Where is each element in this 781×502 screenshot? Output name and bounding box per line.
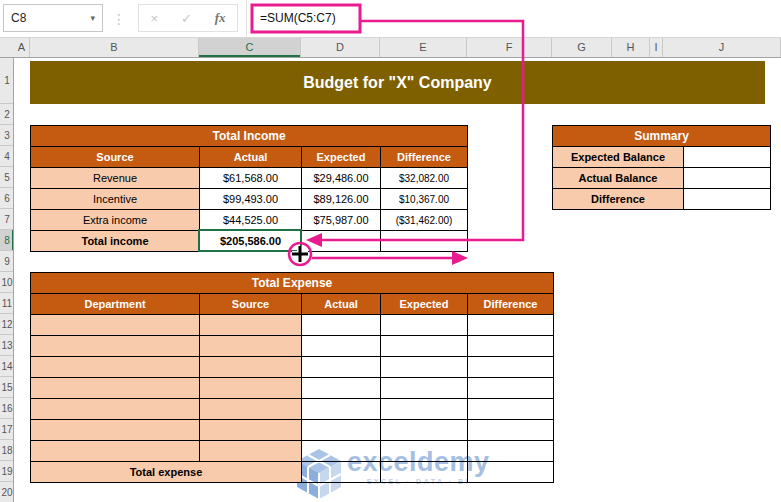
- expense-actual-cell[interactable]: [302, 357, 381, 378]
- expense-department-cell[interactable]: [31, 441, 200, 462]
- enter-icon[interactable]: ✓: [181, 11, 192, 26]
- column-header-D[interactable]: D: [301, 38, 380, 57]
- column-header-E[interactable]: E: [380, 38, 467, 57]
- expense-source-cell[interactable]: [200, 357, 302, 378]
- income-difference-cell[interactable]: $10,367.00: [381, 189, 468, 210]
- income-expected-cell[interactable]: $75,987.00: [302, 210, 381, 231]
- expense-actual-cell[interactable]: [302, 336, 381, 357]
- row-header-1[interactable]: 1: [0, 58, 14, 104]
- empty-cell[interactable]: [302, 462, 381, 483]
- expense-actual-cell[interactable]: [302, 315, 381, 336]
- expense-department-cell[interactable]: [31, 399, 200, 420]
- empty-cell[interactable]: [381, 462, 468, 483]
- expense-difference-cell[interactable]: [468, 399, 554, 420]
- name-box-dropdown-icon[interactable]: ▾: [90, 13, 95, 23]
- summary-table-title[interactable]: Summary: [553, 126, 771, 147]
- expense-source-cell[interactable]: [200, 399, 302, 420]
- row-header-7[interactable]: 7: [0, 209, 14, 230]
- column-header-H[interactable]: H: [612, 38, 650, 57]
- expense-actual-cell[interactable]: [302, 399, 381, 420]
- name-box[interactable]: C8 ▾: [3, 4, 103, 32]
- expense-actual-cell[interactable]: [302, 378, 381, 399]
- cancel-icon[interactable]: ×: [150, 11, 158, 26]
- column-header-I[interactable]: I: [650, 38, 663, 57]
- expense-source-cell[interactable]: [200, 336, 302, 357]
- row-header-4[interactable]: 4: [0, 146, 14, 167]
- expense-department-cell[interactable]: [31, 336, 200, 357]
- row-header-19[interactable]: 19: [0, 461, 14, 482]
- income-source-cell[interactable]: Revenue: [31, 168, 200, 189]
- expense-expected-cell[interactable]: [381, 420, 468, 441]
- expense-difference-cell[interactable]: [468, 336, 554, 357]
- expense-source-cell[interactable]: [200, 315, 302, 336]
- expense-source-cell[interactable]: [200, 441, 302, 462]
- expense-source-cell[interactable]: [200, 378, 302, 399]
- column-header-G[interactable]: G: [552, 38, 612, 57]
- expense-difference-cell[interactable]: [468, 378, 554, 399]
- empty-cell[interactable]: [302, 231, 381, 252]
- income-header-difference[interactable]: Difference: [381, 147, 468, 168]
- expense-header-source[interactable]: Source: [200, 294, 302, 315]
- formula-text[interactable]: =SUM(C5:C7): [260, 0, 336, 37]
- expense-expected-cell[interactable]: [381, 399, 468, 420]
- row-header-5[interactable]: 5: [0, 167, 14, 188]
- row-header-17[interactable]: 17: [0, 419, 14, 440]
- income-actual-cell[interactable]: $99,493.00: [200, 189, 302, 210]
- income-total-label[interactable]: Total income: [31, 231, 200, 252]
- income-expected-cell[interactable]: $29,486.00: [302, 168, 381, 189]
- expense-source-cell[interactable]: [200, 420, 302, 441]
- formula-bar[interactable]: =SUM(C5:C7): [246, 0, 781, 37]
- expense-header-expected[interactable]: Expected: [381, 294, 468, 315]
- column-header-A[interactable]: A: [14, 38, 30, 57]
- expense-department-cell[interactable]: [31, 378, 200, 399]
- expense-difference-cell[interactable]: [468, 357, 554, 378]
- income-table-title[interactable]: Total Income: [31, 126, 468, 147]
- row-header-13[interactable]: 13: [0, 335, 14, 356]
- row-header-15[interactable]: 15: [0, 377, 14, 398]
- expense-expected-cell[interactable]: [381, 357, 468, 378]
- row-header-12[interactable]: 12: [0, 314, 14, 335]
- income-header-expected[interactable]: Expected: [302, 147, 381, 168]
- income-difference-cell[interactable]: $32,082.00: [381, 168, 468, 189]
- expense-header-department[interactable]: Department: [31, 294, 200, 315]
- sheet-area[interactable]: exceldemy EXCEL · DATA · BI Budget for "…: [14, 58, 781, 502]
- insert-function-icon[interactable]: fx: [215, 10, 226, 26]
- empty-cell[interactable]: [381, 231, 468, 252]
- summary-value-cell[interactable]: [684, 168, 771, 189]
- row-header-3[interactable]: 3: [0, 125, 14, 146]
- summary-value-cell[interactable]: [684, 189, 771, 210]
- expense-department-cell[interactable]: [31, 357, 200, 378]
- row-header-8[interactable]: 8: [0, 230, 14, 251]
- column-header-C[interactable]: C: [199, 38, 301, 57]
- expense-difference-cell[interactable]: [468, 315, 554, 336]
- expense-actual-cell[interactable]: [302, 420, 381, 441]
- income-source-cell[interactable]: Incentive: [31, 189, 200, 210]
- expense-expected-cell[interactable]: [381, 315, 468, 336]
- expense-expected-cell[interactable]: [381, 378, 468, 399]
- row-header-10[interactable]: 10: [0, 272, 14, 293]
- row-header-18[interactable]: 18: [0, 440, 14, 461]
- summary-label-cell[interactable]: Difference: [553, 189, 684, 210]
- expense-difference-cell[interactable]: [468, 441, 554, 462]
- summary-label-cell[interactable]: Expected Balance: [553, 147, 684, 168]
- expense-department-cell[interactable]: [31, 315, 200, 336]
- expense-actual-cell[interactable]: [302, 441, 381, 462]
- expense-expected-cell[interactable]: [381, 336, 468, 357]
- expense-expected-cell[interactable]: [381, 441, 468, 462]
- column-header-F[interactable]: F: [467, 38, 552, 57]
- income-header-source[interactable]: Source: [31, 147, 200, 168]
- income-actual-cell[interactable]: $44,525.00: [200, 210, 302, 231]
- expense-table-title[interactable]: Total Expense: [31, 273, 554, 294]
- column-header-B[interactable]: B: [30, 38, 199, 57]
- income-header-actual[interactable]: Actual: [200, 147, 302, 168]
- income-actual-cell[interactable]: $61,568.00: [200, 168, 302, 189]
- empty-cell[interactable]: [468, 462, 554, 483]
- income-source-cell[interactable]: Extra income: [31, 210, 200, 231]
- income-difference-cell[interactable]: ($31,462.00): [381, 210, 468, 231]
- expense-department-cell[interactable]: [31, 420, 200, 441]
- row-header-6[interactable]: 6: [0, 188, 14, 209]
- summary-value-cell[interactable]: [684, 147, 771, 168]
- row-header-11[interactable]: 11: [0, 293, 14, 314]
- row-header-2[interactable]: 2: [0, 104, 14, 125]
- row-header-16[interactable]: 16: [0, 398, 14, 419]
